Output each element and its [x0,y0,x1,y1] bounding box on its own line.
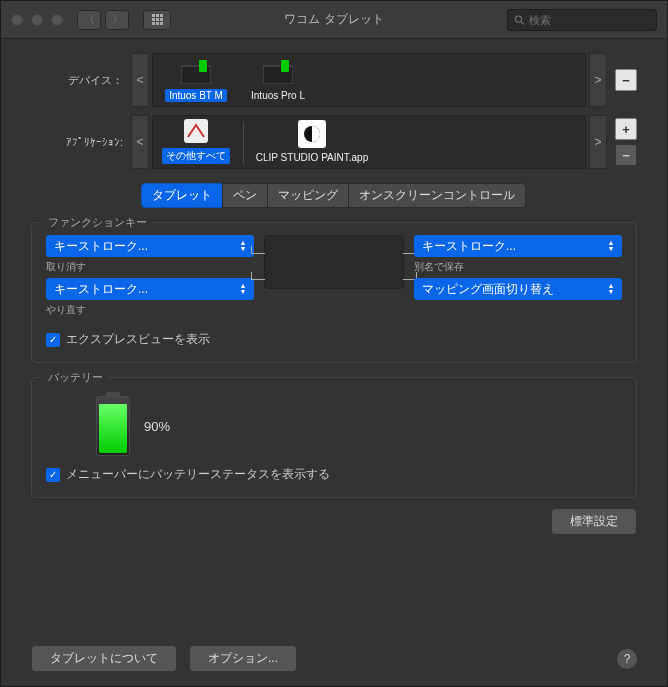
app-icon [296,118,328,150]
checkbox-icon: ✓ [46,333,60,347]
app-item-clip-studio[interactable]: CLIP STUDIO PAINT.app [252,118,372,164]
app-next[interactable]: > [589,115,607,169]
about-tablet-button[interactable]: タブレットについて [31,645,177,672]
tablet-preview [264,235,404,289]
app-row: ｱﾌﾟﾘｹｰｼｮﾝ: < その他すべて CLIP STUDIO PAINT.ap… [31,115,637,169]
settings-tabs: タブレット ペン マッピング オンスクリーンコントロール [31,183,637,208]
tab-mapping[interactable]: マッピング [267,183,349,208]
app-prev[interactable]: < [131,115,149,169]
remove-device-button[interactable]: − [615,69,637,91]
fk-left-bottom-select[interactable]: キーストローク... ▲▼ [46,278,254,300]
maximize-button[interactable] [51,14,63,26]
device-row: デバイス： < Intuos BT M Intuos Pro L > [31,53,637,107]
help-button[interactable]: ? [617,649,637,669]
svg-point-0 [515,15,521,21]
battery-menu-label: メニューバーにバッテリーステータスを表示する [66,466,330,483]
search-field[interactable] [507,9,657,31]
search-icon [514,14,525,26]
fk-left-bottom-sub: やり直す [46,303,254,317]
device-item-intuos-bt-m[interactable]: Intuos BT M [157,56,235,102]
add-app-button[interactable]: + [615,118,637,140]
titlebar: 〈 〉 ワコム タブレット [1,1,667,39]
svg-line-1 [521,21,524,24]
options-button[interactable]: オプション... [189,645,297,672]
forward-button[interactable]: 〉 [105,10,129,30]
preferences-window: 〈 〉 ワコム タブレット デバイス： < Intuos BT M [0,0,668,687]
tab-pen[interactable]: ペン [222,183,268,208]
battery-level [99,404,127,453]
battery-menu-check[interactable]: ✓ メニューバーにバッテリーステータスを表示する [46,466,622,483]
battery-title: バッテリー [42,370,109,385]
fk-left-top-select[interactable]: キーストローク... ▲▼ [46,235,254,257]
svg-rect-5 [281,60,289,72]
app-icon [180,115,212,147]
device-strip: Intuos BT M Intuos Pro L [152,53,586,107]
tab-tablet[interactable]: タブレット [141,183,223,208]
footer: タブレットについて オプション... ? [31,645,637,672]
device-next[interactable]: > [589,53,607,107]
express-view-check[interactable]: ✓ エクスプレスビューを表示 [46,331,622,348]
tab-onscreen[interactable]: オンスクリーンコントロール [348,183,526,208]
express-view-label: エクスプレスビューを表示 [66,331,210,348]
fk-right-bottom-select[interactable]: マッピング画面切り替え ▲▼ [414,278,622,300]
app-item-all-others[interactable]: その他すべて [157,115,235,164]
defaults-button[interactable]: 標準設定 [551,508,637,535]
traffic-lights [11,14,63,26]
chevron-updown-icon: ▲▼ [603,235,619,257]
device-label: デバイス： [31,73,131,88]
function-keys-group: ファンクションキー キーストローク... ▲▼ 取り消す キーストローク... … [31,222,637,363]
back-button[interactable]: 〈 [77,10,101,30]
battery-group: バッテリー 90% ✓ メニューバーにバッテリーステータスを表示する [31,377,637,498]
content-area: デバイス： < Intuos BT M Intuos Pro L > [1,39,667,686]
search-input[interactable] [529,14,650,26]
battery-icon [96,396,130,456]
app-label: ｱﾌﾟﾘｹｰｼｮﾝ: [31,136,131,148]
device-prev[interactable]: < [131,53,149,107]
grid-button[interactable] [143,10,171,30]
fk-right-top-sub: 別名で保存 [414,260,622,274]
fk-right-top-select[interactable]: キーストローク... ▲▼ [414,235,622,257]
divider [243,122,244,164]
battery-percent: 90% [144,419,170,434]
function-keys-title: ファンクションキー [42,215,153,230]
app-strip: その他すべて CLIP STUDIO PAINT.app [152,115,586,169]
svg-rect-6 [184,119,208,143]
tablet-icon [262,56,294,88]
chevron-updown-icon: ▲▼ [235,235,251,257]
remove-app-button[interactable]: − [615,144,637,166]
chevron-updown-icon: ▲▼ [603,278,619,300]
tablet-icon [180,56,212,88]
device-item-intuos-pro-l[interactable]: Intuos Pro L [239,56,317,102]
chevron-updown-icon: ▲▼ [235,278,251,300]
checkbox-icon: ✓ [46,468,60,482]
close-button[interactable] [11,14,23,26]
minimize-button[interactable] [31,14,43,26]
svg-rect-3 [199,60,207,72]
fk-left-top-sub: 取り消す [46,260,254,274]
